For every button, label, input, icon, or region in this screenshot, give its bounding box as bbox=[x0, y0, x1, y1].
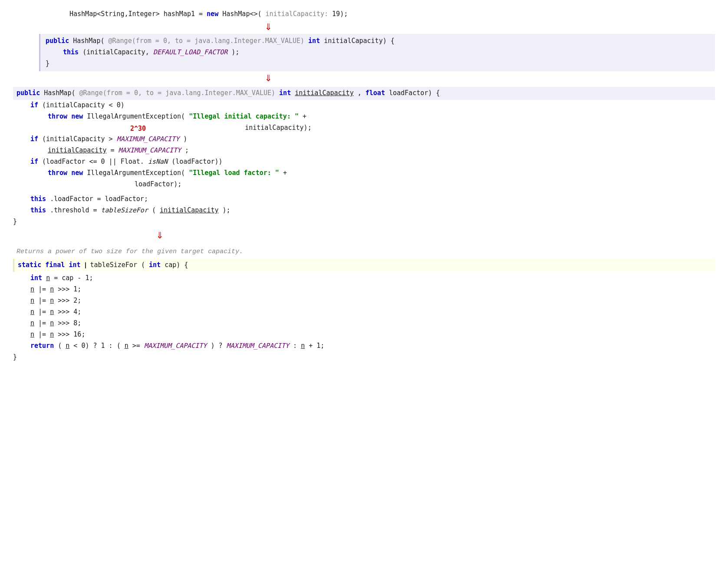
max-capacity-const-1: MAXIMUM_CAPACITY bbox=[117, 135, 180, 143]
spacer-line-2 bbox=[13, 243, 715, 247]
kw-this-2: this bbox=[30, 195, 46, 203]
arrow-down-icon-1: ⇓ bbox=[265, 21, 272, 33]
constructor2-block: public HashMap( @Range(from = 0, to = ja… bbox=[13, 87, 715, 228]
comment-text: Returns a power of two size for the give… bbox=[16, 248, 243, 255]
if3-cond-a: (loadFactor <= 0 || Float. bbox=[42, 158, 144, 165]
op-3: |= bbox=[38, 308, 50, 316]
kw-this-3: this bbox=[30, 206, 46, 214]
param-initialcapacity-2: initialCapacity bbox=[295, 89, 353, 97]
kw-new-2: new bbox=[71, 169, 83, 177]
this-call-1: (initialCapacity, bbox=[82, 48, 153, 56]
thresh-open: ( bbox=[152, 206, 156, 214]
final-close-line: } bbox=[13, 352, 715, 363]
var-n-1a: n bbox=[30, 285, 34, 293]
kw-this-1: this bbox=[63, 48, 79, 56]
var-n-1b: n bbox=[50, 285, 54, 293]
throw1-line-b: 2^30 initialCapacity); bbox=[13, 122, 715, 134]
hashmap-2: HashMap( bbox=[44, 89, 75, 97]
shift1-line: n |= n >>> 1; bbox=[13, 284, 715, 295]
constructor2-close: } bbox=[13, 216, 715, 228]
n-init: = cap - 1; bbox=[54, 274, 93, 282]
tablesizefor-method: tableSizeFor bbox=[101, 206, 148, 214]
default-load-factor: DEFAULT_LOAD_FACTOR bbox=[153, 48, 228, 56]
var-n-4b: n bbox=[50, 319, 54, 327]
shift2-line: n |= n >>> 2; bbox=[13, 295, 715, 307]
max-capacity-const-2: MAXIMUM_CAPACITY bbox=[119, 146, 181, 154]
return-q2: ) ? bbox=[211, 342, 226, 350]
cap-param: cap) { bbox=[165, 261, 188, 269]
return-colon: : bbox=[293, 342, 301, 350]
throw1-initialcapacity: initialCapacity); bbox=[198, 124, 312, 132]
throw2-line-a: throw new IllegalArgumentException( "Ill… bbox=[13, 168, 715, 179]
constructor1-close: } bbox=[46, 58, 710, 69]
return-n-2: n bbox=[125, 342, 128, 350]
tablesizefor-name: tableSizeFor bbox=[90, 261, 137, 269]
kw-throw-1: throw bbox=[48, 112, 67, 120]
annotation-1: @Range(from = 0, to = java.lang.Integer.… bbox=[109, 37, 305, 45]
comma-2: , bbox=[358, 89, 362, 97]
type-hashmap: HashMap<String,Integer> bbox=[69, 10, 160, 18]
this-close-1: ); bbox=[231, 48, 239, 56]
kw-static: static bbox=[18, 261, 41, 269]
if3-line: if (loadFactor <= 0 || Float. isNaN (loa… bbox=[13, 156, 715, 168]
assign-initialcapacity: initialCapacity bbox=[48, 146, 106, 154]
hashmap-1: HashMap( bbox=[73, 37, 104, 45]
annotation-2: @Range(from = 0, to = java.lang.Integer.… bbox=[79, 89, 276, 97]
throw1-line-a: throw new IllegalArgumentException( "Ill… bbox=[13, 111, 715, 122]
line-hashmap-decl: HashMap<String,Integer> hashMap1 = new H… bbox=[13, 9, 715, 20]
static-method-sig: static final int tableSizeFor ( int cap)… bbox=[13, 259, 715, 272]
shift-1: >>> 1; bbox=[58, 285, 81, 293]
spacer-1 bbox=[48, 124, 142, 132]
throw1-plus: + bbox=[303, 112, 306, 120]
op-1: |= bbox=[38, 285, 50, 293]
constructor1-block: public HashMap( @Range(from = 0, to = ja… bbox=[39, 34, 715, 71]
if1-line: if (initialCapacity < 0) bbox=[13, 100, 715, 111]
spacer-line-1 bbox=[13, 190, 715, 194]
var-n-3b: n bbox=[50, 308, 54, 316]
arrow-3: ⇓ bbox=[13, 229, 715, 241]
op-2: |= bbox=[38, 297, 50, 304]
if2-cond-a: (initialCapacity > bbox=[42, 135, 117, 143]
kw-public-2: public bbox=[16, 89, 40, 97]
shift3-line: n |= n >>> 4; bbox=[13, 307, 715, 318]
kw-if-2: if bbox=[30, 135, 38, 143]
throw1-exception: IllegalArgumentException( bbox=[87, 112, 185, 120]
this-load-assign: .loadFactor = loadFactor; bbox=[50, 195, 148, 203]
return-n-3: n bbox=[301, 342, 305, 350]
max-capacity-return-1: MAXIMUM_CAPACITY bbox=[144, 342, 207, 350]
throw2-exception: IllegalArgumentException( bbox=[87, 169, 185, 177]
throw2-plus: + bbox=[283, 169, 287, 177]
kw-if-3: if bbox=[30, 158, 38, 165]
op-5: |= bbox=[38, 330, 50, 338]
op-4: |= bbox=[38, 319, 50, 327]
arrow-down-icon-3: ⇓ bbox=[156, 229, 164, 241]
var-name: hashMap1 bbox=[164, 10, 199, 18]
param-label: initialCapacity: bbox=[266, 10, 329, 18]
assign-semi: ; bbox=[185, 146, 189, 154]
keyword-new: new bbox=[207, 10, 218, 18]
if3-cond-b: (loadFactor)) bbox=[171, 158, 222, 165]
kw-final: final bbox=[45, 261, 65, 269]
kw-int-n: int bbox=[30, 274, 42, 282]
kw-int-cap: int bbox=[149, 261, 161, 269]
arrow-1: ⇓ bbox=[13, 21, 715, 33]
string-illegal-capacity: "Illegal initial capacity: " bbox=[189, 112, 299, 120]
kw-int-static: int bbox=[69, 261, 80, 269]
arrow-2: ⇓ bbox=[13, 72, 715, 84]
return-plus1: + 1; bbox=[309, 342, 324, 350]
param-value: 19); bbox=[332, 10, 348, 18]
shift-5: >>> 16; bbox=[58, 330, 85, 338]
constructor1-body: this (initialCapacity, DEFAULT_LOAD_FACT… bbox=[46, 47, 710, 58]
constructor2-sig-line: public HashMap( @Range(from = 0, to = ja… bbox=[13, 87, 715, 100]
shift-3: >>> 4; bbox=[58, 308, 81, 316]
return-open: ( bbox=[58, 342, 62, 350]
kw-public-1: public bbox=[46, 37, 69, 45]
isnan-method: isNaN bbox=[148, 158, 168, 165]
kw-int-2: int bbox=[279, 89, 291, 97]
kw-int-1: int bbox=[308, 37, 320, 45]
var-n-5a: n bbox=[30, 330, 34, 338]
this-thresh-dot: .threshold = bbox=[50, 206, 101, 214]
var-n-2b: n bbox=[50, 297, 54, 304]
return-n-1: n bbox=[66, 342, 69, 350]
kw-new-1: new bbox=[71, 112, 83, 120]
